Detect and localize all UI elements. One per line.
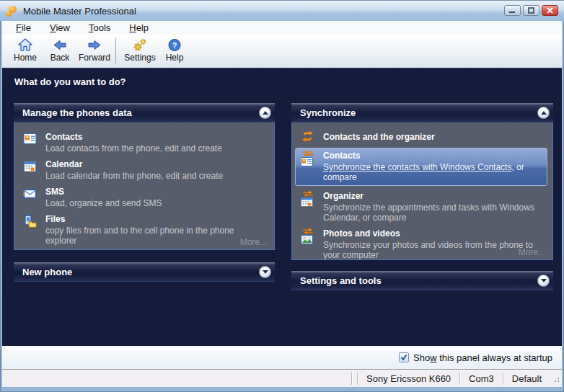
startup-option-strip: Show this panel always at startup (2, 345, 562, 369)
chevron-up-icon (541, 111, 547, 115)
list-item-sync-photos[interactable]: Photos and videos Synchronize your photo… (301, 228, 545, 260)
new-phone-header[interactable]: New phone (14, 262, 275, 282)
list-item-sync-organizer[interactable]: Organizer Synchronize the appointments a… (301, 191, 545, 223)
home-icon (17, 37, 33, 53)
check-icon (400, 354, 407, 361)
list-item-contacts[interactable]: Contacts Load contacts from the phone, e… (23, 132, 267, 153)
sync-contacts-icon (301, 151, 317, 166)
item-description: Synchronize the contacts with Windows Co… (323, 162, 542, 182)
back-arrow-icon (52, 37, 68, 53)
settings-tools-panel: Settings and tools (291, 271, 553, 290)
menu-file[interactable]: File (16, 22, 31, 33)
sync-contacts-link[interactable]: Synchronize the contacts with Windows Co… (323, 162, 511, 172)
status-bar: Sony Ericsson K660 Com3 Default (2, 369, 562, 387)
menu-tools[interactable]: Tools (89, 22, 110, 33)
minimize-icon (508, 7, 516, 14)
item-title[interactable]: SMS (45, 187, 162, 197)
close-button[interactable] (542, 5, 558, 16)
more-link[interactable]: More... (240, 237, 267, 247)
item-description: Synchronize the appointments and tasks w… (323, 202, 545, 223)
list-item-contacts-organizer[interactable]: Contacts and the organizer (301, 130, 545, 143)
item-title[interactable]: Contacts (323, 151, 542, 161)
envelope-icon (23, 187, 39, 202)
item-title[interactable]: Contacts and the organizer (323, 132, 435, 142)
manage-phones-body: Contacts Load contacts from the phone, e… (14, 122, 275, 250)
manage-phones-header[interactable]: Manage the phones data (14, 103, 275, 122)
item-description: copy files from and to the cell phone in… (45, 226, 267, 246)
main-content: What do you want to do? Manage the phone… (2, 68, 562, 345)
page-title: What do you want to do? (14, 76, 126, 87)
status-phone-model: Sony Ericsson K660 (358, 373, 459, 384)
sync-arrows-icon (301, 131, 317, 143)
item-description: Synchronize your photos and videos from … (323, 240, 545, 260)
chevron-down-icon (541, 279, 547, 282)
synchronize-panel: Synchronize Contacts and the organizer (291, 103, 553, 260)
item-description: Load, organize and send SMS (45, 198, 162, 208)
maximize-icon (527, 7, 535, 14)
toolbar: Home Back Forward (2, 35, 562, 68)
sync-photo-icon (301, 229, 317, 244)
synchronize-body: Contacts and the organizer Contacts Sync… (291, 122, 553, 260)
chevron-up-icon (263, 111, 268, 115)
item-title[interactable]: Contacts (45, 132, 222, 142)
chevron-down-icon (263, 270, 268, 274)
settings-button[interactable]: Settings (123, 37, 157, 63)
list-item-sync-contacts-selected[interactable]: Contacts Synchronize the contacts with W… (295, 148, 547, 186)
window-title: Mobile Master Professional (23, 6, 136, 17)
status-profile: Default (503, 373, 550, 384)
synchronize-header[interactable]: Synchronize (291, 103, 553, 122)
item-description: Load calendar from the phone, edit and c… (45, 171, 223, 181)
svg-text:?: ? (172, 41, 177, 50)
forward-button[interactable]: Forward (77, 37, 112, 63)
item-title[interactable]: Files (45, 214, 267, 224)
home-button[interactable]: Home (8, 37, 43, 63)
toolbar-separator (115, 38, 116, 63)
item-title[interactable]: Organizer (323, 191, 545, 201)
expand-button[interactable] (259, 266, 271, 278)
list-item-calendar[interactable]: Calendar Load calendar from the phone, e… (23, 159, 267, 181)
application-window: Mobile Master Professional File View Too… (0, 0, 564, 392)
maximize-button[interactable] (523, 5, 539, 16)
phone-folder-icon (23, 215, 39, 230)
list-item-sms[interactable]: SMS Load, organize and send SMS (23, 187, 267, 208)
sync-calendar-icon (301, 192, 317, 207)
collapse-button[interactable] (259, 107, 271, 119)
startup-checkbox-label[interactable]: Show this panel always at startup (413, 352, 552, 363)
calendar-icon (23, 160, 39, 175)
list-item-files[interactable]: Files copy files from and to the cell ph… (23, 214, 267, 246)
window-body: File View Tools Help Home Back (2, 21, 562, 387)
forward-arrow-icon (87, 37, 102, 53)
title-bar[interactable]: Mobile Master Professional (0, 0, 564, 21)
settings-tools-header[interactable]: Settings and tools (291, 271, 553, 290)
contacts-card-icon (23, 133, 39, 148)
new-phone-panel: New phone (14, 262, 275, 282)
menu-bar: File View Tools Help (2, 21, 562, 35)
help-icon: ? (167, 37, 182, 53)
status-com-port: Com3 (460, 373, 503, 384)
manage-phones-panel: Manage the phones data Contacts Load con… (14, 103, 275, 250)
menu-view[interactable]: View (50, 22, 70, 33)
gears-icon (132, 37, 148, 53)
collapse-button[interactable] (537, 107, 550, 119)
menu-help[interactable]: Help (129, 22, 149, 33)
help-button[interactable]: ? Help (157, 37, 192, 63)
more-link[interactable]: More... (519, 247, 545, 257)
item-title[interactable]: Calendar (45, 159, 223, 169)
expand-button[interactable] (537, 275, 550, 287)
minimize-button[interactable] (504, 5, 521, 16)
app-logo-icon (6, 5, 18, 17)
startup-checkbox[interactable] (399, 352, 409, 362)
item-title[interactable]: Photos and videos (323, 228, 545, 239)
resize-grip[interactable] (550, 373, 560, 383)
close-icon (546, 7, 554, 14)
back-button[interactable]: Back (43, 37, 77, 63)
item-description: Load contacts from the phone, edit and c… (45, 143, 222, 153)
